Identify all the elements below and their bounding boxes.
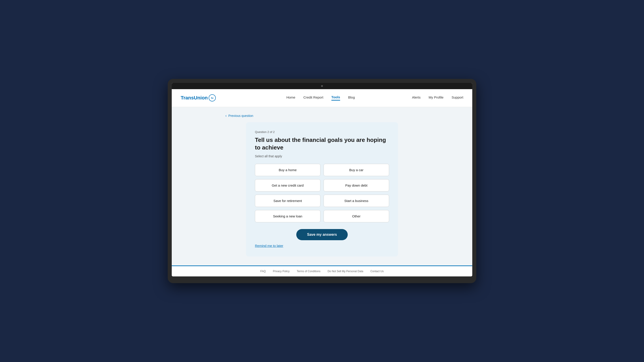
option-other[interactable]: Other <box>324 210 389 222</box>
main-content: ‹ Previous question Question 2 of 2 Tell… <box>172 107 472 266</box>
nav-credit-report[interactable]: Credit Report <box>304 95 323 100</box>
footer-do-not-sell[interactable]: Do Not Sell My Personal Data <box>328 270 363 273</box>
options-grid: Buy a home Buy a car Get a new credit ca… <box>255 164 389 222</box>
nav-left: Home Credit Report Tools Blog <box>286 95 355 100</box>
nav-tools[interactable]: Tools <box>332 95 340 100</box>
option-get-new-credit-card[interactable]: Get a new credit card <box>255 179 320 192</box>
question-subtitle: Select all that apply <box>255 154 389 158</box>
footer-privacy[interactable]: Privacy Policy <box>273 270 290 273</box>
footer-faq[interactable]: FAQ <box>260 270 266 273</box>
nav-my-profile[interactable]: My Profile <box>429 95 444 100</box>
back-link-label: Previous question <box>228 114 253 117</box>
logo-text: TransUnion <box>181 95 208 101</box>
nav-support[interactable]: Support <box>452 95 463 100</box>
logo-abbr: tu <box>209 94 216 101</box>
camera-dot <box>321 85 323 87</box>
laptop-screen: TransUnion tu Home Credit Report Tools B… <box>172 83 472 277</box>
option-buy-a-home[interactable]: Buy a home <box>255 164 320 176</box>
camera-bar <box>172 83 472 89</box>
laptop-frame: TransUnion tu Home Credit Report Tools B… <box>168 79 476 283</box>
nav-home[interactable]: Home <box>286 95 296 100</box>
question-counter: Question 2 of 2 <box>255 130 389 134</box>
back-link[interactable]: ‹ Previous question <box>226 114 253 118</box>
back-chevron-icon: ‹ <box>226 114 226 118</box>
logo-area: TransUnion tu <box>181 94 216 101</box>
header: TransUnion tu Home Credit Report Tools B… <box>172 89 472 107</box>
option-buy-a-car[interactable]: Buy a car <box>324 164 389 176</box>
question-card: Question 2 of 2 Tell us about the financ… <box>246 122 398 257</box>
footer-contact[interactable]: Contact Us <box>370 270 384 273</box>
option-start-a-business[interactable]: Start a business <box>324 195 389 207</box>
nav-right: Alerts My Profile Support <box>412 95 463 100</box>
footer-terms[interactable]: Terms of Conditions <box>297 270 320 273</box>
nav-alerts[interactable]: Alerts <box>412 95 420 100</box>
save-answers-button[interactable]: Save my answers <box>296 229 348 240</box>
option-save-for-retirement[interactable]: Save for retirement <box>255 195 320 207</box>
option-seeking-new-loan[interactable]: Seeking a new loan <box>255 210 320 222</box>
footer: FAQ Privacy Policy Terms of Conditions D… <box>172 266 472 276</box>
option-pay-down-debt[interactable]: Pay down debt <box>324 179 389 192</box>
remind-later-link[interactable]: Remind me to later <box>255 244 283 248</box>
nav-blog[interactable]: Blog <box>348 95 355 100</box>
question-title: Tell us about the financial goals you ar… <box>255 136 389 151</box>
